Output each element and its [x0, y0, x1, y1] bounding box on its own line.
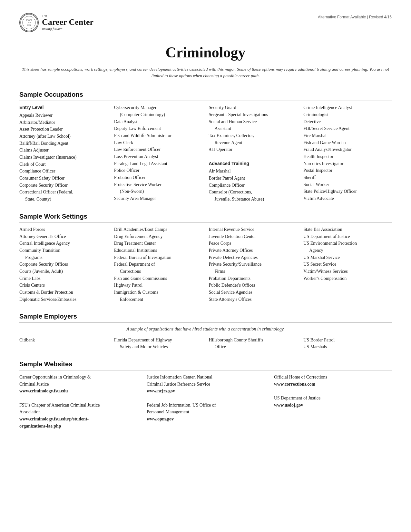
list-item: Justice Information Center, NationalCrim…	[147, 374, 264, 388]
employer-col2: Florida Department of Highway Safety and…	[114, 337, 202, 350]
list-item: Air Marshal	[209, 168, 297, 175]
list-item: US Border Patrol	[303, 337, 392, 344]
list-item: Probation Departments	[209, 275, 297, 282]
page-header: STATE UNIV 1851 The Career Center linkin…	[19, 13, 392, 32]
list-item: Arbitrator/Mediator	[19, 119, 108, 126]
list-item: Data Analyst	[114, 118, 202, 125]
list-item: Compliance Officer	[19, 168, 108, 175]
sample-websites-title: Sample Websites	[19, 358, 392, 369]
websites-col3: Official Home of Corrections www.correct…	[274, 374, 392, 430]
list-item: Sergeant - Special Investigations	[209, 111, 297, 118]
list-item: Immigration & Customs	[114, 289, 202, 296]
divider-employers	[19, 322, 392, 323]
list-item: Victim Advocate	[303, 195, 392, 202]
logo-text: The Career Center linking futures	[42, 14, 93, 32]
list-item: Fish and Game Warden	[303, 139, 392, 146]
list-item: Fish and Wildlife Administrator	[114, 132, 202, 139]
list-item: Highway Patrol	[114, 282, 202, 289]
list-item: Firms	[209, 268, 297, 275]
revision-info: Alternative Format Available | Revised 4…	[318, 15, 392, 20]
list-item: Drill Academies/Boot Camps	[114, 226, 202, 233]
list-item: Hillsborough County Sheriff's	[209, 337, 297, 344]
list-item: US Department of Justice	[303, 233, 392, 240]
list-item: Drug Enforcement Agency	[114, 233, 202, 240]
list-item: Enforcement	[114, 296, 202, 303]
list-item: Diplomatic Services/Embassies	[19, 296, 108, 303]
list-item: Appeals Reviewer	[19, 112, 108, 119]
sample-work-settings-section: Sample Work Settings Armed Forces Attorn…	[19, 210, 392, 303]
list-item: Clerk of Court	[19, 161, 108, 168]
logo-tagline: linking futures	[42, 26, 93, 32]
list-item: Loss Prevention Analyst	[114, 153, 202, 160]
employers-note: A sample of organizations that have hire…	[19, 326, 392, 332]
list-item: Counselor (Corrections,	[209, 189, 297, 196]
list-item: Peace Corps	[209, 240, 297, 247]
sample-occupations-title: Sample Occupations	[19, 88, 392, 99]
list-item: Corporate Security Offices	[19, 261, 108, 268]
list-item: Consumer Safety Officer	[19, 175, 108, 182]
divider-occupations	[19, 101, 392, 101]
list-item: Deputy Law Enforcement	[114, 125, 202, 132]
list-item: Social Worker	[303, 181, 392, 188]
list-item: Law Clerk	[114, 139, 202, 146]
occupations-col3: Security Guard Sergeant - Special Invest…	[209, 104, 297, 203]
websites-grid: Career Opportunities in Criminology &Cri…	[19, 374, 392, 430]
list-item: US Department of Justice	[274, 395, 392, 402]
employer-col4: US Border Patrol US Marshals	[303, 337, 392, 350]
svg-text:UNIV: UNIV	[27, 22, 31, 24]
logo-area: STATE UNIV 1851 The Career Center linkin…	[19, 13, 93, 32]
list-item: Bailiff/Bail Bonding Agent	[19, 140, 108, 147]
list-item: Crime Intelligence Analyst	[303, 104, 392, 111]
list-item: Private Detective Agencies	[209, 254, 297, 261]
list-item: Drug Treatment Center	[114, 240, 202, 247]
websites-col1: Career Opportunities in Criminology &Cri…	[19, 374, 137, 430]
work-settings-grid: Armed Forces Attorney General's Office C…	[19, 226, 392, 303]
list-item: Protective Service Worker	[114, 181, 202, 188]
list-item: Armed Forces	[19, 226, 108, 233]
website-link-1[interactable]: www.criminology.fsu.edu	[19, 388, 137, 395]
page-subtitle: This sheet has sample occupations, work …	[19, 66, 392, 79]
list-item: Programs	[19, 254, 108, 261]
list-item: Federal Bureau of Investigation	[114, 254, 202, 261]
list-item: Office	[209, 343, 297, 350]
website-link-6[interactable]: www.usdoj.gov	[274, 402, 392, 409]
list-item: Social and Human Service	[209, 118, 297, 125]
list-item: Juvenile, Substance Abuse)	[209, 196, 297, 203]
list-item: Customs & Border Protection	[19, 289, 108, 296]
list-item: Safety and Motor Vehicles	[114, 343, 202, 350]
website-link-2[interactable]: www.criminology.fsu.edu/p/student-organi…	[19, 416, 137, 429]
list-item: FSU's Chapter of American Criminal Justi…	[19, 402, 137, 416]
sample-employers-title: Sample Employers	[19, 310, 392, 321]
work-settings-col3: Internal Revenue Service Juvenile Detent…	[209, 226, 297, 303]
list-item: Juvenile Detention Center	[209, 233, 297, 240]
list-item: 911 Operator	[209, 146, 297, 153]
list-item: US Marshals	[303, 343, 392, 350]
list-item: Asset Protection Leader	[19, 126, 108, 133]
list-item: State Police/Highway Officer	[303, 188, 392, 195]
list-item: Security Guard	[209, 104, 297, 111]
occupations-col1: Entry Level Appeals Reviewer Arbitrator/…	[19, 104, 108, 203]
website-link-3[interactable]: www.ncjrs.gov	[147, 388, 264, 395]
sample-occupations-section: Sample Occupations Entry Level Appeals R…	[19, 88, 392, 203]
occupations-grid: Entry Level Appeals Reviewer Arbitrator/…	[19, 104, 392, 203]
list-item: Security Area Manager	[114, 195, 202, 202]
employer-col1: Citibank	[19, 337, 108, 350]
list-item: Victim/Witness Services	[303, 268, 392, 275]
website-link-5[interactable]: www.corrections.com	[274, 381, 392, 388]
list-item: Internal Revenue Service	[209, 226, 297, 233]
list-item: Corrections	[114, 268, 202, 275]
occupations-advanced-header: Advanced Training	[209, 160, 297, 167]
list-item: Claims Investigator (Insurance)	[19, 154, 108, 161]
list-item: (Computer Criminology)	[114, 111, 202, 118]
website-link-4[interactable]: www.opm.gov	[147, 416, 264, 423]
list-item: Public Defender's Offices	[209, 282, 297, 289]
list-item: Postal Inspector	[303, 167, 392, 174]
list-item: Career Opportunities in Criminology &Cri…	[19, 374, 137, 388]
list-item: Sheriff	[303, 174, 392, 181]
employers-grid: Citibank Florida Department of Highway S…	[19, 337, 392, 350]
list-item: Cybersecurity Manager	[114, 104, 202, 111]
list-item: US Marshal Service	[303, 254, 392, 261]
list-item: Educational Institutions	[114, 247, 202, 254]
page-title-area: Criminology	[19, 42, 392, 64]
list-item: Fish and Game Commissions	[114, 275, 202, 282]
